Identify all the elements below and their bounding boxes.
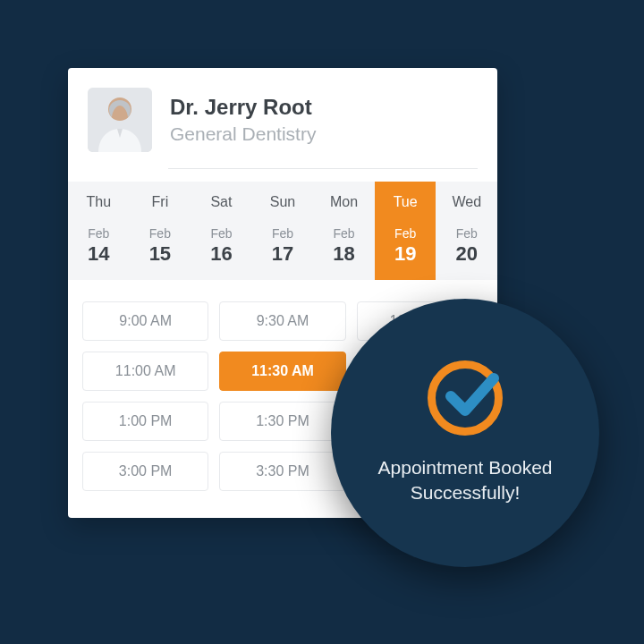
day-of-week: Fri — [130, 194, 191, 210]
day-number: 20 — [436, 242, 497, 266]
day-number: 18 — [313, 242, 375, 266]
day-month: Feb — [68, 226, 130, 241]
day-cell[interactable]: FriFeb15 — [130, 182, 191, 280]
day-cell[interactable]: SatFeb16 — [191, 182, 252, 280]
day-of-week: Mon — [313, 194, 375, 210]
time-slot[interactable]: 1:30 PM — [219, 402, 345, 441]
time-slot[interactable]: 1:00 PM — [82, 402, 208, 441]
time-slot[interactable]: 9:30 AM — [219, 301, 345, 341]
day-cell[interactable]: TueFeb19 — [375, 182, 436, 280]
day-number: 14 — [68, 242, 130, 266]
day-cell[interactable]: WedFeb20 — [436, 182, 497, 280]
success-message: Appointment Booked Successfully! — [348, 455, 583, 506]
day-month: Feb — [313, 226, 375, 241]
day-month: Feb — [191, 226, 252, 241]
time-slot[interactable]: 3:00 PM — [82, 452, 208, 491]
time-slot[interactable]: 9:00 AM — [82, 301, 208, 341]
day-of-week: Wed — [436, 194, 497, 210]
doctor-name: Dr. Jerry Root — [170, 95, 478, 120]
success-icon — [428, 360, 503, 436]
day-month: Feb — [436, 226, 497, 241]
day-number: 17 — [252, 242, 314, 266]
day-number: 16 — [191, 242, 252, 266]
success-badge: Appointment Booked Successfully! — [331, 299, 599, 567]
day-cell[interactable]: ThuFeb14 — [68, 182, 130, 280]
time-slot[interactable]: 11:30 AM — [219, 352, 345, 391]
success-line-2: Successfully! — [411, 482, 521, 503]
success-line-1: Appointment Booked — [378, 457, 553, 478]
day-of-week: Sat — [191, 194, 252, 210]
day-month: Feb — [130, 226, 191, 241]
day-cell[interactable]: MonFeb18 — [313, 182, 375, 280]
time-slot[interactable]: 11:00 AM — [82, 352, 208, 391]
day-month: Feb — [252, 226, 314, 241]
doctor-info: Dr. Jerry Root General Dentistry — [170, 95, 478, 145]
doctor-specialty: General Dentistry — [170, 123, 478, 145]
avatar-icon — [88, 88, 152, 152]
day-month: Feb — [375, 226, 436, 241]
day-cell[interactable]: SunFeb17 — [252, 182, 314, 280]
day-number: 19 — [375, 242, 436, 266]
time-slot[interactable]: 3:30 PM — [219, 452, 345, 491]
header-divider — [168, 168, 478, 169]
day-of-week: Tue — [375, 194, 436, 210]
doctor-avatar — [88, 88, 152, 152]
day-of-week: Thu — [68, 194, 130, 210]
day-of-week: Sun — [252, 194, 314, 210]
week-picker: ThuFeb14FriFeb15SatFeb16SunFeb17MonFeb18… — [68, 182, 497, 280]
doctor-header: Dr. Jerry Root General Dentistry — [68, 68, 497, 168]
checkmark-icon — [444, 366, 501, 423]
day-number: 15 — [130, 242, 191, 266]
